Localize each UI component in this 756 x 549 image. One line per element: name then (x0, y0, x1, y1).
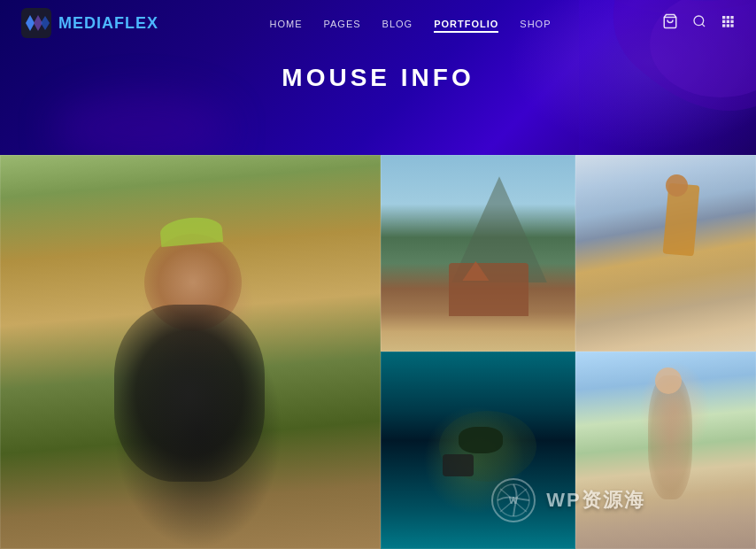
nav-item-portfolio[interactable]: PORTFOLIO (434, 15, 498, 31)
logo[interactable]: MEDIAFLEX (21, 8, 158, 38)
gallery-item-hikers[interactable] (575, 155, 756, 352)
svg-rect-5 (727, 16, 729, 19)
page-title: MOUSE INFO (282, 64, 474, 92)
grid-icon[interactable] (721, 14, 735, 32)
nav-item-shop[interactable]: SHOP (520, 15, 551, 31)
gallery-item-runner[interactable] (0, 155, 381, 549)
svg-rect-7 (722, 20, 725, 23)
nav-item-home[interactable]: HOME (269, 15, 302, 31)
logo-icon (21, 8, 51, 38)
svg-rect-12 (730, 24, 733, 27)
gallery-item-underwater[interactable] (381, 352, 575, 549)
nav-item-blog[interactable]: BLOG (382, 15, 413, 31)
svg-point-2 (694, 16, 704, 26)
main-nav: MEDIAFLEX HOME PAGES BLOG PORTFOLIO SHOP (0, 0, 756, 46)
logo-text: MEDIAFLEX (58, 14, 158, 33)
svg-rect-9 (730, 20, 733, 23)
nav-icons (662, 13, 735, 33)
svg-line-3 (702, 24, 705, 27)
svg-rect-4 (722, 16, 725, 19)
cart-icon[interactable] (662, 13, 678, 33)
search-icon[interactable] (692, 14, 706, 32)
photo-gallery (0, 155, 756, 549)
nav-links: HOME PAGES BLOG PORTFOLIO SHOP (269, 15, 551, 31)
gallery-item-building[interactable] (381, 155, 575, 352)
nav-item-pages[interactable]: PAGES (323, 15, 360, 31)
svg-rect-6 (730, 16, 733, 19)
svg-rect-10 (722, 24, 725, 27)
svg-rect-8 (727, 20, 729, 23)
gallery-item-woman[interactable] (575, 352, 756, 549)
svg-rect-11 (727, 24, 729, 27)
